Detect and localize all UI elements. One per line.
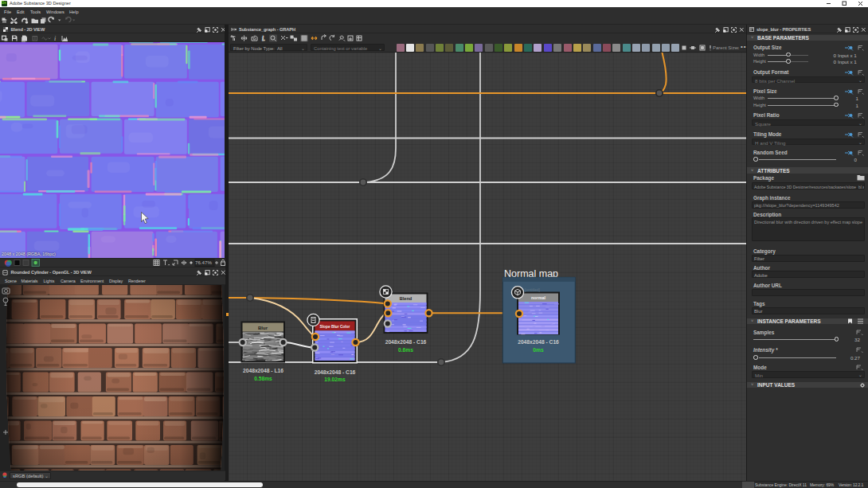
svg-text:i.: i. xyxy=(262,34,265,41)
svg-text:76.47%: 76.47% xyxy=(195,260,212,265)
svg-text:Blend: Blend xyxy=(400,296,412,301)
svg-text:Slope Blur Color: Slope Blur Color xyxy=(320,325,350,329)
svg-text:[untitled]: [untitled] xyxy=(525,287,541,292)
svg-text:Blur: Blur xyxy=(258,326,268,330)
svg-text:i: i xyxy=(54,35,56,42)
svg-text:normal: normal xyxy=(531,295,545,300)
